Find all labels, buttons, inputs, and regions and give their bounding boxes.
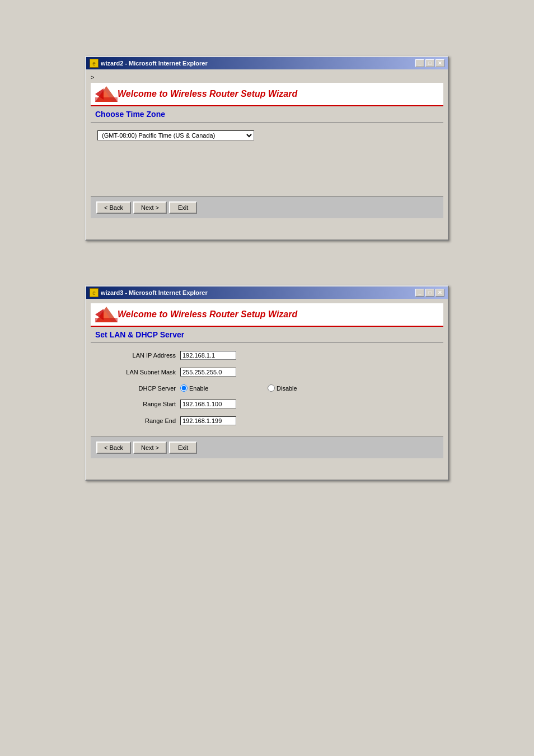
button-area-2: < Back Next > Exit [91,436,443,458]
window2: e wizard3 - Microsoft Internet Explorer … [85,285,449,481]
restore-button-1[interactable]: □ [425,59,434,67]
minimize-button-2[interactable]: _ [415,289,424,297]
restore-button-2[interactable]: □ [425,289,434,297]
range-end-row: Range End [97,414,437,428]
dhcp-disable-label[interactable]: Disable [268,384,346,392]
timezone-row: (GMT-08:00) Pacific Time (US & Canada) (… [97,128,437,143]
wizard-logo-2 [95,307,118,322]
close-button-1[interactable]: ✕ [435,59,444,67]
form-area-1: (GMT-08:00) Pacific Time (US & Canada) (… [91,123,443,196]
exit-button-1[interactable]: Exit [169,201,197,214]
lan-mask-label: LAN Subnet Mask [97,369,176,375]
next-button-1[interactable]: Next > [133,201,167,214]
wizard-title-1: Welcome to Wireless Router Setup Wizard [118,89,297,99]
back-button-1[interactable]: < Back [96,201,131,214]
dhcp-enable-radio[interactable] [180,384,188,392]
title-bar-2: e wizard3 - Microsoft Internet Explorer … [86,287,448,299]
window2-title: wizard3 - Microsoft Internet Explorer [101,289,208,296]
dhcp-label: DHCP Server [97,385,176,392]
window1: e wizard2 - Microsoft Internet Explorer … [85,56,449,241]
bottom-gray-2 [91,458,443,475]
svg-rect-4 [95,97,118,102]
range-end-input[interactable] [180,416,236,425]
exit-button-2[interactable]: Exit [169,442,197,454]
lan-ip-row: LAN IP Address [97,349,437,362]
wizard-logo-1 [95,86,118,102]
dhcp-row: DHCP Server Enable Disable [97,382,437,394]
range-start-row: Range Start [97,397,437,411]
timezone-select[interactable]: (GMT-08:00) Pacific Time (US & Canada) (… [97,130,254,140]
dhcp-radio-group: Enable Disable [180,384,350,392]
minimize-button-1[interactable]: _ [415,59,424,67]
section-title-1: Choose Time Zone [91,106,443,123]
bottom-gray-1 [91,218,443,235]
wizard-title-2: Welcome to Wireless Router Setup Wizard [118,309,297,320]
next-button-2[interactable]: Next > [133,442,167,454]
window1-content: > Welcome to Wireless Router Setup Wizar… [86,69,448,240]
back-button-2[interactable]: < Back [96,442,131,454]
window1-title: wizard2 - Microsoft Internet Explorer [101,60,208,67]
section-title-2: Set LAN & DHCP Server [91,327,443,343]
lan-ip-input[interactable] [180,351,236,360]
ie-icon: e [90,59,99,68]
window2-content: Welcome to Wireless Router Setup Wizard … [86,299,448,480]
breadcrumb-1: > [91,74,443,81]
dhcp-disable-radio[interactable] [268,384,275,392]
close-button-2[interactable]: ✕ [435,289,444,297]
range-start-label: Range Start [97,401,176,407]
wizard-header-2: Welcome to Wireless Router Setup Wizard [91,303,443,327]
form-area-2: LAN IP Address LAN Subnet Mask DHCP Serv… [91,343,443,436]
title-bar-buttons-1: _ □ ✕ [415,59,444,67]
lan-mask-input[interactable] [180,368,236,377]
title-bar-buttons-2: _ □ ✕ [415,289,444,297]
range-start-input[interactable] [180,400,236,408]
ie-icon-2: e [90,288,99,297]
dhcp-enable-label[interactable]: Enable [180,384,259,392]
range-end-label: Range End [97,417,176,424]
lan-ip-label: LAN IP Address [97,352,176,359]
svg-rect-9 [95,318,118,322]
lan-mask-row: LAN Subnet Mask [97,365,437,379]
button-area-1: < Back Next > Exit [91,196,443,218]
wizard-header-1: Welcome to Wireless Router Setup Wizard [91,83,443,106]
title-bar-1: e wizard2 - Microsoft Internet Explorer … [86,57,448,69]
